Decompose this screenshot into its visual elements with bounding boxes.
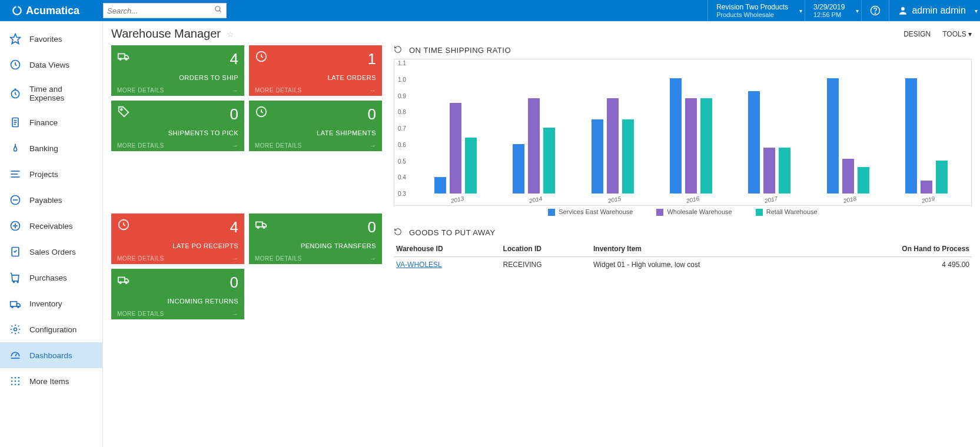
business-time: 12:56 PM <box>813 11 845 18</box>
sidebar-item-label: Finance <box>29 118 58 127</box>
sidebar-item-purchases[interactable]: Purchases <box>0 265 102 291</box>
arrow-right-icon: → <box>232 87 239 94</box>
svg-point-24 <box>17 282 18 283</box>
bar <box>670 78 682 194</box>
payables-nav-icon <box>9 194 21 206</box>
sidebar-item-configuration[interactable]: Configuration <box>0 316 102 342</box>
kpi-orders-to-ship[interactable]: 4ORDERS TO SHIPMORE DETAILS→ <box>111 45 244 96</box>
sidebar-item-finance[interactable]: Finance <box>0 109 102 135</box>
more-items-nav-icon <box>9 375 21 387</box>
sidebar-item-receivables[interactable]: Receivables <box>0 213 102 239</box>
business-name: Revision Two Products <box>716 3 788 11</box>
sidebar-item-banking[interactable]: Banking <box>0 135 102 161</box>
kpi-more-details[interactable]: MORE DETAILS <box>117 255 164 262</box>
y-tick: 1.0 <box>398 76 406 82</box>
table-header[interactable]: Location ID <box>501 241 591 257</box>
sidebar-item-payables[interactable]: Payables <box>0 187 102 213</box>
bar <box>905 78 917 194</box>
projects-nav-icon <box>9 168 21 180</box>
svg-line-3 <box>220 11 221 12</box>
sidebar-item-favorites[interactable]: Favorites <box>0 26 102 52</box>
svg-point-36 <box>18 381 20 382</box>
kpi-more-details[interactable]: MORE DETAILS <box>255 87 302 94</box>
kpi-value: 4 <box>230 218 238 236</box>
cell-warehouse[interactable]: VA-WHOLESL <box>394 257 501 273</box>
bar-group <box>670 78 712 194</box>
sidebar-item-label: Data Views <box>29 61 69 69</box>
sidebar-item-label: Favorites <box>29 35 62 44</box>
svg-point-6 <box>901 7 905 11</box>
sidebar-item-label: Payables <box>29 196 62 205</box>
bar <box>779 148 790 194</box>
kpi-incoming-returns[interactable]: 0INCOMING RETURNSMORE DETAILS→ <box>111 269 244 319</box>
truck-icon <box>117 50 130 65</box>
sidebar-item-dashboards[interactable]: Dashboards <box>0 342 102 368</box>
bar-group <box>434 103 477 194</box>
sidebar-item-label: Dashboards <box>29 351 72 360</box>
svg-point-31 <box>11 377 13 379</box>
search-icon[interactable] <box>214 5 222 16</box>
svg-point-35 <box>15 381 16 382</box>
tools-menu[interactable]: TOOLS ▾ <box>942 30 972 38</box>
kpi-late-shipments[interactable]: 0LATE SHIPMENTSMORE DETAILS→ <box>249 101 382 151</box>
brand-name: Acumatica <box>26 5 79 17</box>
bar-group <box>592 98 634 194</box>
cell-location: RECEIVING <box>501 257 591 273</box>
kpi-more-details[interactable]: MORE DETAILS <box>255 255 302 262</box>
finance-nav-icon <box>9 116 21 128</box>
configuration-nav-icon <box>9 323 21 335</box>
sidebar-item-inventory[interactable]: Inventory <box>0 291 102 316</box>
page-title: Warehouse Manager <box>111 27 221 41</box>
purchases-nav-icon <box>9 272 21 283</box>
table-header[interactable]: Warehouse ID <box>394 241 501 257</box>
legend-item: Retail Warehouse <box>756 208 818 216</box>
sidebar-item-time-exp[interactable]: Time and Expenses <box>0 78 102 109</box>
sidebar-item-more-items[interactable]: More Items <box>0 368 102 394</box>
truck-icon <box>255 218 268 233</box>
table-row[interactable]: VA-WHOLESLRECEIVINGWidget 01 - High volu… <box>394 257 972 273</box>
bar <box>858 167 869 194</box>
legend-item: Services East Warehouse <box>548 208 633 216</box>
sidebar-item-data-views[interactable]: Data Views <box>0 52 102 78</box>
table-header[interactable]: Inventory Item <box>591 241 822 257</box>
kpi-pending-transfers[interactable]: 0PENDING TRANSFERSMORE DETAILS→ <box>249 214 382 264</box>
search-box[interactable] <box>103 3 227 18</box>
kpi-late-po-receipts[interactable]: 4LATE PO RECEIPTSMORE DETAILS→ <box>111 214 244 264</box>
user-menu[interactable]: admin admin ▾ <box>889 0 980 21</box>
design-link[interactable]: DESIGN <box>903 30 931 38</box>
help-icon <box>870 5 881 16</box>
favorite-star-icon[interactable]: ☆ <box>227 29 234 39</box>
business-date-selector[interactable]: 3/29/2019 12:56 PM ▾ <box>805 0 861 21</box>
kpi-shipments-to-pick[interactable]: 0SHIPMENTS TO PICKMORE DETAILS→ <box>111 101 244 151</box>
refresh-icon[interactable] <box>394 228 402 238</box>
table-header[interactable]: On Hand to Process <box>822 241 972 257</box>
svg-point-38 <box>15 384 16 386</box>
brand-logo[interactable]: Acumatica <box>0 5 103 17</box>
help-button[interactable] <box>861 0 889 21</box>
refresh-icon[interactable] <box>394 45 402 55</box>
arrow-right-icon: → <box>370 255 377 262</box>
kpi-more-details[interactable]: MORE DETAILS <box>117 142 164 149</box>
svg-point-48 <box>257 226 259 228</box>
legend-item: Wholesale Warehouse <box>656 208 732 216</box>
bar <box>685 98 697 194</box>
sidebar-item-label: More Items <box>29 377 69 386</box>
kpi-value: 0 <box>368 218 376 236</box>
sidebar-item-label: Configuration <box>29 325 77 334</box>
kpi-value: 4 <box>230 50 238 68</box>
business-account-selector[interactable]: Revision Two Products Products Wholesale… <box>707 0 805 21</box>
svg-line-29 <box>15 354 17 356</box>
sidebar-item-sales-orders[interactable]: Sales Orders <box>0 239 102 265</box>
kpi-more-details[interactable]: MORE DETAILS <box>117 87 164 94</box>
bar <box>450 103 461 194</box>
cell-item: Widget 01 - High volume, low cost <box>591 257 822 273</box>
sidebar-item-projects[interactable]: Projects <box>0 161 102 187</box>
bar-group <box>905 78 948 194</box>
bar <box>842 159 854 194</box>
sidebar-item-label: Projects <box>29 170 58 179</box>
search-input[interactable] <box>107 6 214 15</box>
kpi-late-orders[interactable]: 1LATE ORDERSMORE DETAILS→ <box>249 45 382 96</box>
kpi-more-details[interactable]: MORE DETAILS <box>255 142 302 149</box>
main-content: Warehouse Manager ☆ DESIGN TOOLS ▾ 4ORDE… <box>103 21 980 447</box>
kpi-more-details[interactable]: MORE DETAILS <box>117 311 164 317</box>
